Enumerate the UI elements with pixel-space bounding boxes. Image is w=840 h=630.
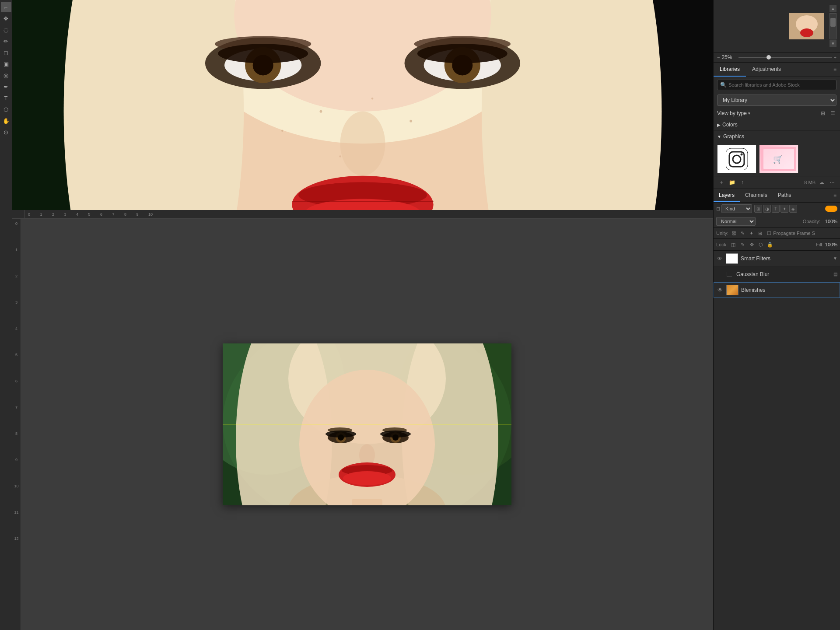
svg-point-29 — [410, 120, 412, 122]
filter-kind-select[interactable]: Kind — [721, 204, 752, 213]
layer-visibility-toggle[interactable]: 👁 — [716, 255, 723, 262]
mini-panel: ▲ ▼ — [714, 0, 840, 52]
filter-toggle[interactable] — [825, 206, 837, 212]
colors-arrow-icon: ▶ — [717, 122, 721, 127]
filter-adjustment-btn[interactable]: ◑ — [763, 205, 771, 213]
svg-point-27 — [371, 98, 373, 99]
filter-type-btn[interactable]: T — [772, 205, 780, 213]
zoom-slider[interactable] — [738, 57, 832, 58]
blend-mode-select[interactable]: Normal — [716, 217, 756, 226]
mini-thumbnail — [789, 13, 824, 39]
lock-transparent-btn[interactable]: ◫ — [729, 241, 737, 248]
filter-smart-btn[interactable]: ◈ — [789, 205, 797, 213]
ruler-corner — [12, 210, 24, 219]
text-tool[interactable]: T — [1, 93, 11, 103]
ruler-vertical: 0 1 2 3 4 5 6 7 8 9 10 11 12 — [12, 219, 21, 630]
path-select-tool[interactable]: ⬡ — [1, 104, 11, 115]
layers-panel-close[interactable]: ≡ — [830, 189, 840, 202]
blur-tool[interactable]: ◎ — [1, 70, 11, 80]
unity-star-icon[interactable]: ✦ — [748, 230, 755, 237]
import-btn[interactable]: ↑ — [738, 178, 747, 187]
svg-point-6 — [64, 0, 244, 210]
add-library-btn[interactable]: + — [717, 178, 726, 187]
unity-bar: Unity: ⛓ ✎ ✦ ⊞ ☐ Propagate Frame S — [714, 228, 840, 239]
tab-adjustments[interactable]: Adjustments — [746, 63, 787, 77]
hand-tool[interactable]: ✋ — [1, 116, 11, 126]
lock-artboard-btn[interactable]: ⬡ — [757, 241, 765, 248]
canvas-top — [12, 0, 713, 210]
svg-point-24 — [218, 44, 308, 63]
right-panel: ▲ ▼ − 25% + Libraries Adjustments ≡ 🔍 My… — [713, 0, 840, 630]
graphics-section-header[interactable]: ▼ Graphics — [714, 130, 840, 142]
filter-shape-btn[interactable]: ✦ — [780, 205, 788, 213]
colors-section-header[interactable]: ▶ Colors — [714, 119, 840, 130]
filter-pixel-btn[interactable]: ⊞ — [754, 205, 762, 213]
libraries-search-bar[interactable]: 🔍 — [717, 80, 836, 90]
main-area: 0 1 2 3 4 5 6 7 8 9 10 0 1 2 3 4 5 6 7 8 — [12, 0, 713, 630]
ruler-horizontal: 0 1 2 3 4 5 6 7 8 9 10 — [24, 210, 713, 219]
view-type-text: View by type — [717, 110, 747, 116]
library-menu-btn[interactable]: ⋯ — [828, 178, 836, 187]
layer-item-smart-filters[interactable]: 👁 Smart Filters ▼ — [714, 251, 840, 266]
layer-item-gaussian-blur[interactable]: Gaussian Blur ▤ — [714, 266, 840, 282]
gradient-tool[interactable]: ▣ — [1, 59, 11, 69]
brush-tool[interactable]: ✏ — [1, 36, 11, 46]
search-input[interactable] — [728, 82, 833, 88]
lock-all-btn[interactable]: 🔒 — [766, 241, 774, 248]
ruler-tick: 5 — [12, 352, 21, 378]
grid-view-btn[interactable]: ⊞ — [819, 109, 827, 117]
graphic-item-instagram[interactable] — [717, 145, 756, 173]
propagate-label: Propagate Frame S — [773, 231, 815, 236]
face-zoomed-view — [12, 0, 713, 210]
tab-libraries[interactable]: Libraries — [714, 63, 746, 77]
zoom-tool[interactable]: ⊙ — [1, 127, 11, 137]
libraries-panel: Libraries Adjustments ≡ 🔍 My Library Vie… — [714, 63, 840, 189]
ruler-tick: 6 — [12, 378, 21, 404]
eraser-tool[interactable]: ◻ — [1, 47, 11, 58]
unity-link-icon[interactable]: ⛓ — [730, 230, 737, 237]
libraries-bottom-bar: + 📁 ↑ 8 MB ☁ ⋯ — [714, 176, 840, 189]
tab-channels[interactable]: Channels — [740, 189, 773, 202]
ruler-tick: 4 — [12, 326, 21, 352]
libraries-panel-close[interactable]: ≡ — [830, 63, 840, 77]
library-dropdown[interactable]: My Library — [717, 94, 836, 106]
zoom-minus-icon: − — [717, 55, 720, 60]
fill-label: Fill: — [816, 242, 823, 247]
unity-brush-icon[interactable]: ✎ — [739, 230, 746, 237]
layer-tree-line — [727, 272, 732, 277]
zoom-value: 25% — [721, 54, 737, 60]
cloud-sync-btn[interactable]: ☁ — [817, 178, 826, 187]
lock-label: Lock: — [716, 242, 728, 247]
view-by-type[interactable]: View by type ▾ — [717, 110, 750, 116]
scroll-thumb[interactable] — [830, 18, 836, 27]
crop-tool[interactable]: ⌐ — [1, 2, 11, 12]
layer-visibility-blemishes[interactable]: 👁 — [717, 287, 724, 294]
scroll-down-btn[interactable]: ▼ — [830, 40, 836, 47]
blend-mode-bar: Normal Opacity: 100% — [714, 215, 840, 228]
scroll-track[interactable] — [830, 13, 836, 39]
tab-paths[interactable]: Paths — [773, 189, 797, 202]
scroll-up-btn[interactable]: ▲ — [830, 5, 836, 12]
unity-grid-icon[interactable]: ⊞ — [756, 230, 763, 237]
layer-name-blemishes: Blemishes — [741, 287, 837, 293]
filter-buttons: ⊞ ◑ T ✦ ◈ — [754, 205, 797, 213]
svg-point-58 — [800, 28, 813, 37]
zoom-slider-thumb[interactable] — [766, 55, 771, 60]
pen-tool[interactable]: ✒ — [1, 81, 11, 92]
lock-position-btn[interactable]: ✥ — [748, 241, 756, 248]
graphics-arrow-icon: ▼ — [717, 134, 721, 139]
new-folder-btn[interactable]: 📁 — [728, 178, 736, 187]
svg-point-7 — [482, 0, 662, 210]
lock-image-btn[interactable]: ✎ — [738, 241, 746, 248]
canvas-bottom: 0 1 2 3 4 5 6 7 8 9 10 11 12 — [12, 219, 713, 630]
tab-layers[interactable]: Layers — [714, 189, 740, 202]
svg-point-25 — [417, 44, 508, 63]
svg-point-19 — [340, 112, 385, 176]
graphic-item-pink[interactable]: 🛒 — [759, 145, 798, 173]
svg-point-51 — [343, 471, 391, 485]
list-view-btn[interactable]: ☰ — [829, 109, 836, 117]
propagate-checkbox[interactable]: ☐ — [767, 231, 771, 236]
move-tool[interactable]: ✥ — [1, 13, 11, 24]
lasso-tool[interactable]: ◌ — [1, 24, 11, 35]
layer-item-blemishes[interactable]: 👁 Blemishes — [714, 282, 840, 298]
